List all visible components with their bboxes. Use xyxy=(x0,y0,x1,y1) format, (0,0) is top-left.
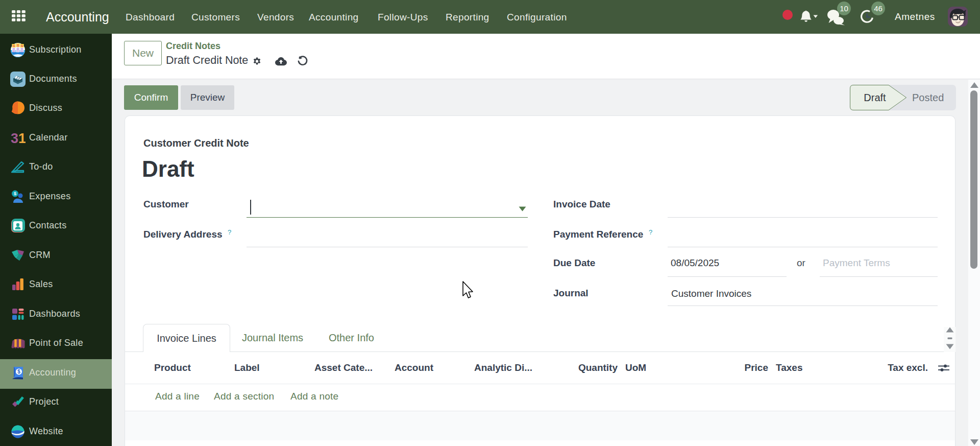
svg-text:$: $ xyxy=(14,191,16,196)
svg-text:3: 3 xyxy=(11,131,18,146)
svg-text:S: S xyxy=(13,44,15,48)
svg-text:S: S xyxy=(21,44,23,48)
svg-text:$: $ xyxy=(17,369,20,374)
svg-text:S: S xyxy=(17,44,19,47)
svg-text:1: 1 xyxy=(18,131,26,146)
